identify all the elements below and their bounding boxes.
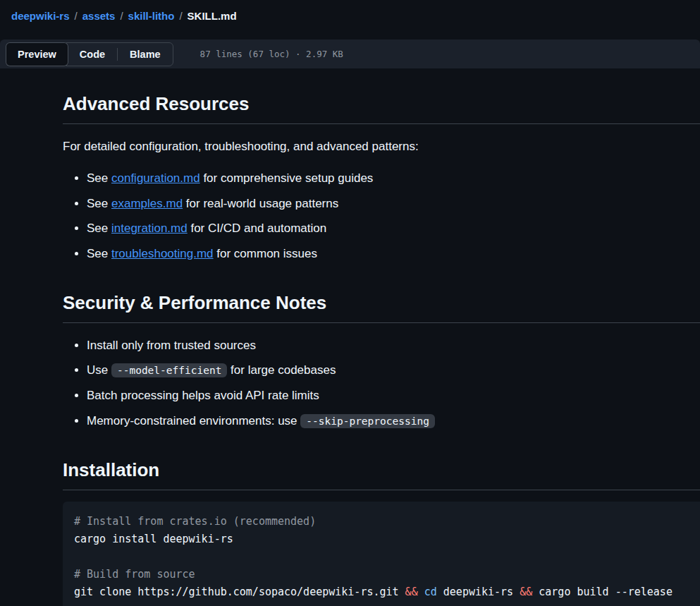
heading-security-performance: Security & Performance Notes — [63, 291, 700, 323]
breadcrumb-separator: / — [179, 10, 182, 22]
code-line: git clone https://github.com/sopaco/deep… — [74, 583, 689, 601]
breadcrumb-separator: / — [120, 10, 123, 22]
markdown-preview: Advanced Resources For detailed configur… — [0, 68, 700, 606]
breadcrumb-folder-assets-link[interactable]: assets — [82, 10, 116, 22]
tab-blame[interactable]: Blame — [118, 43, 173, 66]
list-item: See configuration.md for comprehensive s… — [87, 169, 700, 188]
code-operator: && — [520, 586, 532, 598]
github-file-view: deepwiki-rs / assets / skill-litho / SKI… — [0, 0, 700, 606]
inline-code-skip-preprocessing: --skip-preprocessing — [300, 414, 435, 428]
code-blank-line — [74, 548, 689, 566]
code-block: # Install from crates.io (recommended) c… — [63, 502, 700, 606]
code-operator: && — [405, 586, 418, 598]
code-text — [418, 586, 424, 598]
tab-preview[interactable]: Preview — [6, 42, 68, 66]
list-item-text: See — [87, 197, 111, 210]
troubleshooting-md-link[interactable]: troubleshooting.md — [111, 247, 214, 260]
integration-md-link[interactable]: integration.md — [111, 222, 188, 235]
code-text: cargo install deepwiki-rs — [74, 533, 233, 545]
list-item: See examples.md for real-world usage pat… — [87, 194, 700, 214]
tab-code[interactable]: Code — [68, 43, 117, 66]
list-item-text: for CI/CD and automation — [188, 222, 326, 235]
heading-advanced-resources: Advanced Resources — [63, 92, 700, 124]
list-item: Install only from trusted sources — [87, 336, 700, 356]
code-text: cargo build --release — [532, 586, 673, 598]
breadcrumb: deepwiki-rs / assets / skill-litho / SKI… — [0, 0, 700, 31]
breadcrumb-folder-skill-litho-link[interactable]: skill-litho — [128, 10, 175, 22]
list-item-text: Use — [87, 363, 111, 377]
resources-list: See configuration.md for comprehensive s… — [63, 169, 700, 263]
list-item-text: See — [87, 171, 111, 185]
list-item-text: for common issues — [214, 247, 317, 260]
list-item: Use --model-efficient for large codebase… — [87, 360, 700, 380]
inline-code-model-efficient: --model-efficient — [111, 363, 227, 377]
code-line: # Build from source — [74, 566, 689, 583]
code-text: git clone https://github.com/sopaco/deep… — [74, 586, 405, 598]
breadcrumb-current-file: SKILL.md — [188, 10, 237, 22]
breadcrumb-repo-link[interactable]: deepwiki-rs — [11, 10, 70, 22]
code-comment: # Install from crates.io (recommended) — [74, 515, 316, 528]
list-item: See troubleshooting.md for common issues — [87, 244, 700, 264]
code-line: cargo install deepwiki-rs — [74, 531, 689, 548]
list-item-text: Batch processing helps avoid API rate li… — [87, 389, 319, 402]
list-item: Memory-constrained environments: use --s… — [87, 411, 700, 431]
code-comment: # Build from source — [74, 568, 195, 581]
list-item-text: Memory-constrained environments: use — [87, 414, 300, 428]
heading-installation: Installation — [63, 459, 700, 490]
list-item-text: See — [87, 222, 111, 235]
examples-md-link[interactable]: examples.md — [111, 197, 183, 210]
list-item: See integration.md for CI/CD and automat… — [87, 219, 700, 238]
list-item-text: for real-world usage patterns — [183, 197, 338, 210]
list-item-text: See — [87, 247, 111, 260]
configuration-md-link[interactable]: configuration.md — [111, 171, 200, 185]
list-item: Batch processing helps avoid API rate li… — [87, 386, 700, 406]
list-item-text: Install only from trusted sources — [87, 339, 256, 352]
breadcrumb-separator: / — [75, 10, 78, 22]
list-item-text: for large codebases — [227, 363, 336, 377]
file-meta: 87 lines (67 loc) · 2.97 KB — [200, 49, 343, 59]
code-line: # Install from crates.io (recommended) — [74, 513, 689, 531]
view-switcher: Preview Code Blame — [6, 42, 173, 66]
file-toolbar: Preview Code Blame 87 lines (67 loc) · 2… — [0, 40, 700, 68]
code-text: deepwiki-rs — [437, 586, 520, 598]
intro-paragraph: For detailed configuration, troubleshoot… — [63, 137, 700, 156]
security-list: Install only from trusted sources Use --… — [63, 336, 700, 430]
code-builtin-cd: cd — [424, 586, 437, 598]
list-item-text: for comprehensive setup guides — [200, 171, 374, 185]
